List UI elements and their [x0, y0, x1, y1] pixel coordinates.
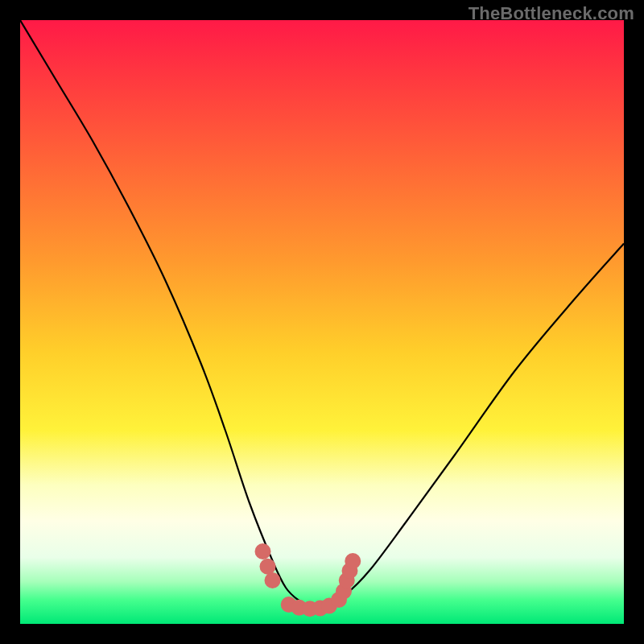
- chart-frame: TheBottleneck.com: [0, 0, 644, 644]
- marker-dot: [255, 543, 271, 559]
- watermark-label: TheBottleneck.com: [469, 3, 634, 24]
- plot-area: [20, 20, 624, 624]
- marker-dot: [345, 553, 361, 569]
- marker-dot: [260, 559, 276, 575]
- marker-dot: [265, 572, 281, 588]
- bottleneck-curve: [20, 20, 624, 607]
- curve-svg: [20, 20, 624, 624]
